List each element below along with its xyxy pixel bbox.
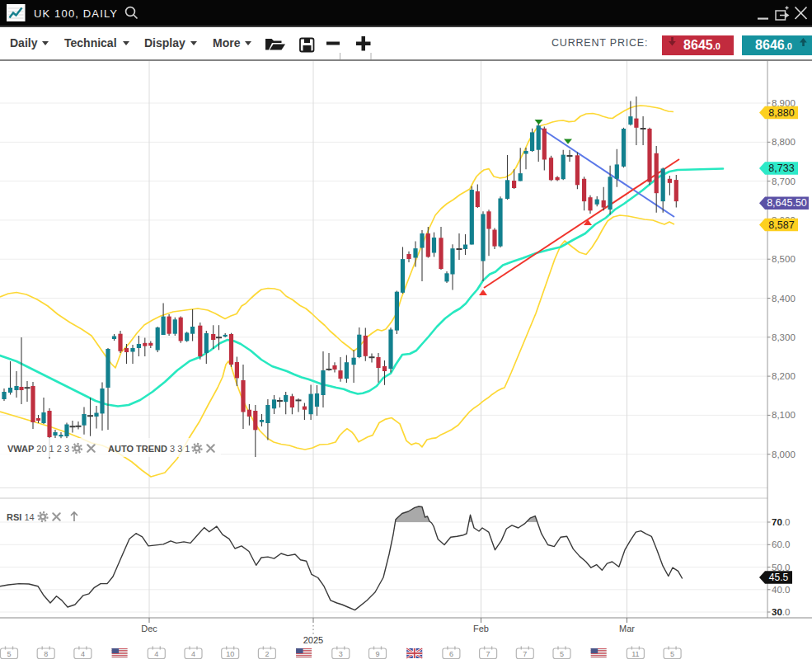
svg-text:2: 2 <box>265 650 269 658</box>
svg-text:45.5: 45.5 <box>769 572 789 583</box>
svg-text:8,733: 8,733 <box>768 162 794 174</box>
svg-text:5: 5 <box>670 650 674 658</box>
svg-text:AUTO TREND 3 3 1: AUTO TREND 3 3 1 <box>108 444 190 454</box>
svg-text:8,300: 8,300 <box>772 332 796 342</box>
svg-text:4: 4 <box>154 650 158 658</box>
svg-text:8,880: 8,880 <box>768 107 794 119</box>
svg-text:Dec: Dec <box>141 624 157 633</box>
svg-text:8,645.50: 8,645.50 <box>767 197 807 209</box>
svg-text:11: 11 <box>631 650 639 658</box>
svg-text:2025: 2025 <box>303 635 323 645</box>
svg-text:8,400: 8,400 <box>772 294 796 304</box>
svg-text:40.0: 40.0 <box>772 585 790 595</box>
svg-text:Mar: Mar <box>619 624 635 633</box>
svg-text:8,800: 8,800 <box>772 137 796 147</box>
svg-text:8,500: 8,500 <box>772 254 796 264</box>
svg-text:8,587: 8,587 <box>768 219 794 231</box>
svg-text:10: 10 <box>226 650 234 658</box>
svg-text:5: 5 <box>560 650 564 658</box>
svg-text:4: 4 <box>191 650 195 658</box>
svg-text:60.0: 60.0 <box>772 539 790 549</box>
svg-text:8,700: 8,700 <box>772 177 796 186</box>
svg-text:30.0: 30.0 <box>772 607 790 617</box>
svg-text:8,200: 8,200 <box>772 371 796 381</box>
svg-text:8: 8 <box>44 650 48 658</box>
svg-text:Feb: Feb <box>473 624 489 633</box>
svg-text:7: 7 <box>486 650 490 658</box>
svg-text:6: 6 <box>449 650 453 658</box>
svg-text:4: 4 <box>81 650 85 658</box>
svg-text:3: 3 <box>339 650 343 658</box>
svg-text:9: 9 <box>375 650 379 658</box>
svg-text:RSI 14: RSI 14 <box>7 512 35 522</box>
svg-text:8,000: 8,000 <box>772 450 796 459</box>
svg-text:50.0: 50.0 <box>772 563 790 572</box>
svg-text:7: 7 <box>523 650 527 658</box>
svg-text:8,100: 8,100 <box>772 410 796 420</box>
svg-text:70.0: 70.0 <box>772 517 790 527</box>
svg-text:VWAP 20 1 2 3: VWAP 20 1 2 3 <box>7 444 69 454</box>
svg-text:5: 5 <box>7 650 11 658</box>
